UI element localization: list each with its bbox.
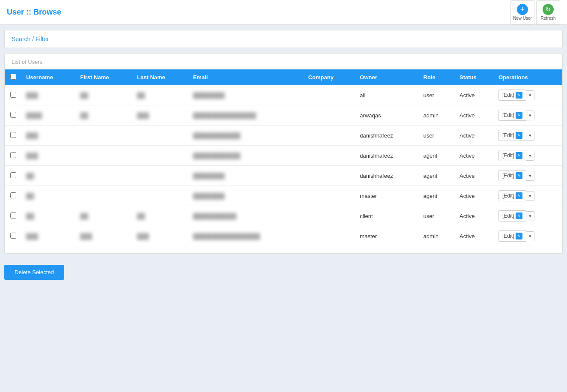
row-role: user (419, 126, 455, 146)
refresh-button[interactable]: ↻ Refresh (536, 0, 560, 24)
row-operations: [Edit] ✎ ▾ (494, 226, 562, 246)
dropdown-button-2[interactable]: ▾ (526, 131, 534, 141)
row-checkbox-cell (5, 146, 22, 166)
row-status: Active (455, 166, 494, 186)
row-first-name: ██ (76, 105, 133, 126)
row-owner: master (355, 186, 419, 206)
table-row: ██ ████████ master agent Active [Edit] ✎… (5, 186, 562, 206)
row-checkbox-cell (5, 126, 22, 146)
row-role: agent (419, 186, 455, 206)
edit-button-0[interactable]: [Edit] ✎ (498, 90, 526, 101)
row-last-name (133, 186, 189, 206)
select-all-checkbox[interactable] (10, 74, 16, 80)
row-operations: [Edit] ✎ ▾ (494, 206, 562, 226)
row-username: ██ (22, 186, 76, 206)
refresh-label: Refresh (540, 16, 555, 21)
list-section: List of Users Username First Name Last N… (4, 53, 563, 254)
row-email: ████████████ (189, 126, 304, 146)
header-role: Role (419, 69, 455, 85)
row-first-name: ██ (76, 85, 133, 105)
row-checkbox-0[interactable] (10, 92, 16, 98)
header-first-name: First Name (76, 69, 133, 85)
new-user-label: New User (513, 16, 532, 21)
table-row: ████ ██ ███ ████████████████ arwaqas adm… (5, 105, 562, 126)
row-operations: [Edit] ✎ ▾ (494, 166, 562, 186)
search-filter-title[interactable]: Search / Filter (12, 36, 49, 42)
edit-button-7[interactable]: [Edit] ✎ (498, 230, 526, 242)
row-owner: danishhafeez (355, 146, 419, 166)
edit-icon-7: ✎ (516, 233, 522, 239)
row-owner: client (355, 206, 419, 226)
row-username: ███ (22, 146, 76, 166)
edit-button-4[interactable]: [Edit] ✎ (498, 170, 526, 181)
row-email: ███████████ (189, 206, 304, 226)
row-checkbox-1[interactable] (10, 112, 16, 118)
row-last-name (133, 126, 189, 146)
header-email: Email (189, 69, 304, 85)
page-header: User :: Browse + New User ↻ Refresh (0, 0, 567, 25)
edit-button-3[interactable]: [Edit] ✎ (498, 150, 526, 161)
row-checkbox-2[interactable] (10, 132, 16, 138)
edit-button-1[interactable]: [Edit] ✎ (498, 110, 526, 121)
row-owner: master (355, 226, 419, 246)
row-role: agent (419, 166, 455, 186)
edit-icon-2: ✎ (516, 132, 522, 139)
row-username: ███ (22, 126, 76, 146)
row-first-name: ██ (76, 206, 133, 226)
row-role: admin (419, 105, 455, 126)
row-username: ███ (22, 85, 76, 105)
row-username: ████ (22, 105, 76, 126)
row-status: Active (455, 105, 494, 126)
row-last-name: ██ (133, 206, 189, 226)
new-user-button[interactable]: + New User (510, 0, 534, 24)
row-checkbox-5[interactable] (10, 192, 16, 198)
dropdown-button-5[interactable]: ▾ (526, 191, 534, 201)
edit-icon-0: ✎ (516, 92, 522, 99)
row-email: ████████ (189, 85, 304, 105)
row-email: ████████ (189, 166, 304, 186)
row-status: Active (455, 206, 494, 226)
row-checkbox-7[interactable] (10, 233, 16, 239)
row-username: ██ (22, 206, 76, 226)
header-checkbox-col (5, 69, 22, 85)
row-role: user (419, 206, 455, 226)
row-last-name (133, 146, 189, 166)
row-operations: [Edit] ✎ ▾ (494, 146, 562, 166)
row-last-name: ███ (133, 105, 189, 126)
row-username: ██ (22, 166, 76, 186)
row-company (304, 186, 356, 206)
table-row: ███ ████████████ danishhafeez user Activ… (5, 126, 562, 146)
header-status: Status (455, 69, 494, 85)
row-checkbox-cell (5, 226, 22, 246)
edit-button-5[interactable]: [Edit] ✎ (498, 190, 526, 201)
dropdown-button-7[interactable]: ▾ (526, 231, 534, 241)
row-status: Active (455, 85, 494, 105)
row-checkbox-3[interactable] (10, 152, 16, 158)
table-row: ███ ███ ███ █████████████████ master adm… (5, 226, 562, 246)
dropdown-button-3[interactable]: ▾ (526, 151, 534, 161)
row-company (304, 126, 356, 146)
row-checkbox-6[interactable] (10, 212, 16, 218)
row-checkbox-cell (5, 105, 22, 126)
row-checkbox-cell (5, 186, 22, 206)
dropdown-button-6[interactable]: ▾ (526, 211, 534, 221)
header-last-name: Last Name (133, 69, 189, 85)
row-operations: [Edit] ✎ ▾ (494, 105, 562, 126)
delete-selected-button[interactable]: Delete Selected (4, 265, 64, 280)
row-owner: danishhafeez (355, 126, 419, 146)
edit-button-6[interactable]: [Edit] ✎ (498, 210, 526, 221)
row-first-name (76, 166, 133, 186)
row-checkbox-cell (5, 166, 22, 186)
dropdown-button-4[interactable]: ▾ (526, 171, 534, 181)
row-checkbox-4[interactable] (10, 172, 16, 178)
row-role: user (419, 85, 455, 105)
row-username: ███ (22, 226, 76, 246)
edit-button-2[interactable]: [Edit] ✎ (498, 130, 526, 141)
row-last-name (133, 166, 189, 186)
header-username: Username (22, 69, 76, 85)
dropdown-button-1[interactable]: ▾ (526, 111, 534, 120)
dropdown-button-0[interactable]: ▾ (526, 90, 534, 100)
row-last-name: ██ (133, 85, 189, 105)
table-header-row: Username First Name Last Name Email Comp… (5, 69, 562, 85)
header-company: Company (304, 69, 356, 85)
